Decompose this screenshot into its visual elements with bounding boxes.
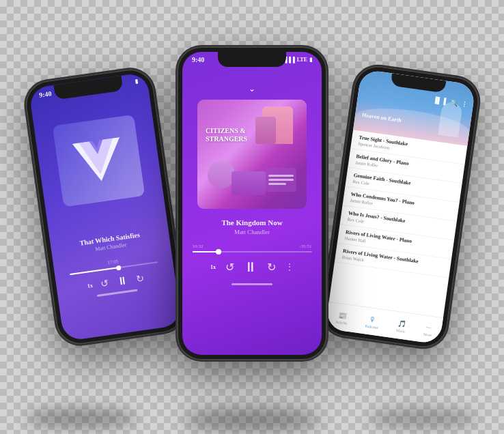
phones-container: 9:40 ▮ That Which Satisfies Matt Chandle… xyxy=(20,19,484,415)
nav-more[interactable]: ··· More xyxy=(423,323,433,337)
right-phone: ▐▌▐ 🔍 ⋮ Heaven on Earth True Sight - Sou… xyxy=(319,63,482,351)
left-current-time: 17:05 xyxy=(107,259,119,265)
left-status-icons: ▮ xyxy=(135,78,138,85)
right-bottom-nav: 📰 Articles 🎙 Podcasts 🎵 Music ··· More xyxy=(325,302,443,345)
left-phone: 9:40 ▮ That Which Satisfies Matt Chandle… xyxy=(23,66,188,348)
left-content: That Which Satisfies Matt Chandler 17:05… xyxy=(30,85,182,342)
more-icon[interactable]: ⋮ xyxy=(461,100,468,108)
articles-icon: 📰 xyxy=(337,311,346,320)
nav-podcasts[interactable]: 🎙 Podcasts xyxy=(365,315,380,330)
shadow-center xyxy=(184,408,320,432)
left-album-art xyxy=(53,115,145,207)
nav-music[interactable]: 🎵 Music xyxy=(396,319,407,334)
left-phone-screen: 9:40 ▮ That Which Satisfies Matt Chandle… xyxy=(29,72,182,342)
center-phone-screen: 9:40 ▐▐▐ LTE ▮ ⌄ xyxy=(182,52,322,355)
center-home-indicator xyxy=(232,283,272,285)
v-logo-icon xyxy=(72,137,126,184)
shadow-right xyxy=(368,408,477,429)
cs-wave-line-2 xyxy=(268,179,294,181)
left-pause-button[interactable]: ⏸ xyxy=(116,274,128,288)
center-controls: 1x ↺ ⏸ ↻ ⋮ xyxy=(210,259,294,275)
center-status-icons: ▐▐▐ LTE ▮ xyxy=(283,57,312,63)
center-phone: 9:40 ▐▐▐ LTE ▮ ⌄ xyxy=(177,46,327,360)
center-song-artist: Matt Chandler xyxy=(234,229,270,235)
cs-shape3 xyxy=(208,161,235,188)
equalizer-icon[interactable]: ▐▌▐ xyxy=(432,96,446,105)
center-content: ⌄ CITIZENS &STRANGERS xyxy=(182,65,322,285)
search-icon[interactable]: 🔍 xyxy=(449,99,458,106)
battery-icon: ▮ xyxy=(309,57,312,63)
cs-wave-line-3 xyxy=(268,183,286,185)
cs-wave-line-1 xyxy=(268,175,294,177)
chevron-down-icon[interactable]: ⌄ xyxy=(249,84,255,94)
battery-icon: ▮ xyxy=(135,78,138,85)
center-album-art: CITIZENS &STRANGERS xyxy=(197,100,307,209)
center-album-title: CITIZENS &STRANGERS xyxy=(206,127,247,143)
more-icon: ··· xyxy=(425,323,432,332)
center-time: 9:40 xyxy=(192,56,204,63)
center-progress-thumb xyxy=(216,249,221,255)
center-rewind-button[interactable]: ↺ xyxy=(225,261,234,274)
right-phone-screen: ▐▌▐ 🔍 ⋮ Heaven on Earth True Sight - Sou… xyxy=(325,69,476,345)
center-pause-button[interactable]: ⏸ xyxy=(244,259,257,275)
left-rewind-button[interactable]: ↺ xyxy=(100,277,109,290)
left-speed-label[interactable]: 1x xyxy=(87,282,93,289)
center-progress-bar[interactable] xyxy=(193,251,312,252)
articles-label: Articles xyxy=(335,319,348,325)
music-icon: 🎵 xyxy=(397,319,406,328)
center-song-title: The Kingdom Now xyxy=(221,218,282,227)
center-progress-row: 10:32 -35:51 xyxy=(193,244,312,252)
music-label: Music xyxy=(396,328,406,334)
cs-art: CITIZENS &STRANGERS xyxy=(197,100,307,209)
center-forward-button[interactable]: ↻ xyxy=(267,261,276,274)
podcasts-icon: 🎙 xyxy=(369,315,376,323)
right-song-list: True Sight - Southlake Spencer Jacobson … xyxy=(335,130,468,278)
lte-label: LTE xyxy=(297,57,307,63)
center-more-button[interactable]: ⋮ xyxy=(285,262,294,272)
center-current-time: 10:32 xyxy=(193,244,204,249)
cs-waves xyxy=(266,168,296,192)
podcasts-label: Podcasts xyxy=(365,324,378,330)
center-remaining-time: -35:51 xyxy=(299,244,311,249)
cs-shape2 xyxy=(255,117,276,144)
left-progress-fill xyxy=(70,267,118,275)
left-forward-button[interactable]: ↻ xyxy=(135,272,145,285)
left-home-indicator xyxy=(97,289,138,297)
left-time: 9:40 xyxy=(39,89,53,98)
center-progress-fill xyxy=(193,251,219,252)
center-time-row: 10:32 -35:51 xyxy=(193,244,312,249)
more-label: More xyxy=(423,332,432,338)
nav-articles[interactable]: 📰 Articles xyxy=(335,310,349,325)
left-progress-thumb xyxy=(115,265,121,270)
center-speed-label[interactable]: 1x xyxy=(210,264,216,270)
center-notch xyxy=(218,52,286,67)
shadow-left xyxy=(27,408,136,429)
cs-shape4 xyxy=(232,171,266,195)
